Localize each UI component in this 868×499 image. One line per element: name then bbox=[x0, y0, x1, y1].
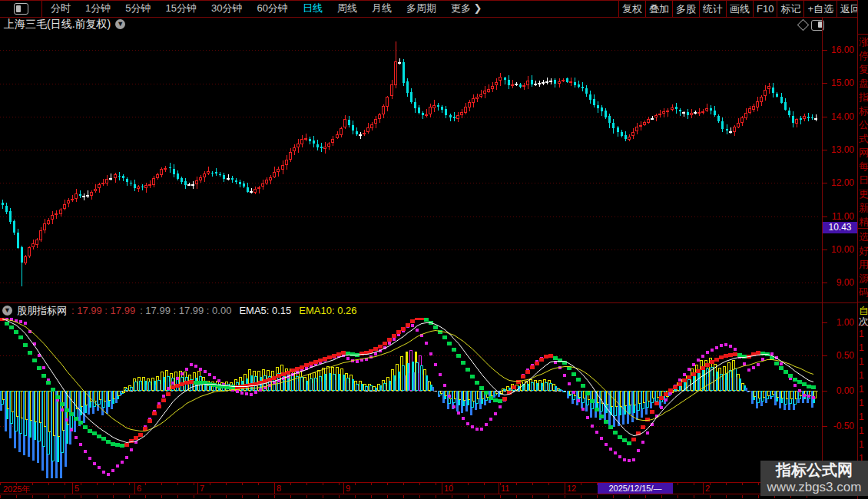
price-axis-tick bbox=[822, 283, 827, 283]
page-title: 上海三毛(日线.前复权) bbox=[4, 18, 111, 31]
chevron-down-icon[interactable]: ▼ bbox=[115, 19, 125, 29]
toolbar-button-7[interactable]: +自选 bbox=[804, 1, 837, 17]
indicator-axis-tick bbox=[822, 426, 827, 427]
date-separator bbox=[343, 483, 344, 494]
indicator-values-gray: : 17.99 : 17.99 : 0.00 bbox=[140, 305, 231, 316]
menu-item-1[interactable]: 1分钟 bbox=[85, 2, 111, 15]
date-label: 9 bbox=[346, 484, 350, 493]
indicator-name: 股朋指标网 bbox=[17, 304, 67, 318]
date-axis[interactable]: 2025年567891011122 bbox=[0, 482, 819, 494]
menu-item-2[interactable]: 5分钟 bbox=[125, 2, 151, 15]
date-separator bbox=[442, 483, 442, 494]
date-label: 11 bbox=[501, 484, 509, 493]
stock-app-window: 分时1分钟5分钟15分钟30分钟60分钟日线周线月线多周期更多 ❯ 复权叠加多股… bbox=[0, 0, 868, 499]
layout-toggle-button[interactable] bbox=[0, 1, 42, 17]
price-axis-label: 16.00 bbox=[823, 45, 854, 55]
toolbar-button-5[interactable]: F10 bbox=[754, 1, 777, 17]
indicator-values-red: : 17.99 : 17.99 bbox=[71, 305, 135, 316]
price-axis-tick bbox=[822, 250, 827, 250]
toolbar-button-0[interactable]: 复权 bbox=[619, 1, 646, 17]
menu-item-9[interactable]: 多周期 bbox=[406, 2, 436, 15]
date-separator bbox=[703, 483, 704, 494]
date-label: 5 bbox=[75, 484, 79, 493]
watermark-title: 指标公式网 bbox=[760, 461, 868, 480]
indicator-axis-tick bbox=[822, 322, 827, 323]
indicator-chart[interactable] bbox=[0, 318, 819, 482]
date-separator bbox=[134, 483, 135, 494]
menu-item-6[interactable]: 日线 bbox=[303, 2, 323, 15]
indicator-axis-label: 0.00 bbox=[823, 385, 854, 396]
menu-item-0[interactable]: 分时 bbox=[51, 2, 71, 15]
date-label: 2025年 bbox=[3, 484, 30, 495]
date-label: 7 bbox=[200, 484, 204, 493]
date-separator bbox=[72, 483, 73, 494]
indicator-axis-tick bbox=[822, 355, 827, 356]
menu-item-10[interactable]: 更多 ❯ bbox=[451, 2, 482, 15]
date-subticks bbox=[0, 495, 819, 498]
candlestick-chart[interactable] bbox=[0, 31, 819, 302]
date-highlight: 2025/12/15/— bbox=[598, 483, 673, 494]
price-axis-tick bbox=[822, 50, 827, 51]
watermark-box: 指标公式网 www.zbgs3.com bbox=[760, 461, 868, 496]
price-axis-label: 15.00 bbox=[823, 78, 854, 88]
toolbar-button-3[interactable]: 统计 bbox=[700, 1, 727, 17]
menu-item-5[interactable]: 60分钟 bbox=[257, 2, 287, 15]
menu-item-8[interactable]: 月线 bbox=[372, 2, 392, 15]
strip-separator bbox=[858, 302, 868, 302]
price-axis-tick bbox=[822, 183, 827, 183]
indicator-axis-label: 1.00 bbox=[823, 317, 854, 328]
price-axis-label: 12.00 bbox=[823, 177, 854, 188]
menu-item-3[interactable]: 15分钟 bbox=[165, 2, 196, 15]
top-toolbar: 分时1分钟5分钟15分钟30分钟60分钟日线周线月线多周期更多 ❯ 复权叠加多股… bbox=[0, 0, 868, 17]
date-separator bbox=[565, 483, 565, 494]
price-axis-tick bbox=[822, 83, 827, 84]
menu-item-7[interactable]: 周线 bbox=[337, 2, 357, 15]
indicator-axis-label: 0.50 bbox=[823, 350, 854, 361]
last-price-badge: 10.43 bbox=[823, 222, 857, 233]
period-menu: 分时1分钟5分钟15分钟30分钟60分钟日线周线月线多周期更多 ❯ bbox=[51, 0, 482, 17]
price-axis-tick bbox=[822, 117, 827, 117]
date-label: 12 bbox=[567, 484, 576, 493]
watermark-url: www.zbgs3.com bbox=[760, 480, 868, 494]
indicator-ema5-value: EMA5: 0.15 bbox=[239, 305, 291, 316]
price-axis-label: 14.00 bbox=[823, 111, 854, 122]
price-axis-label: 13.00 bbox=[823, 144, 854, 155]
price-axis-tick bbox=[822, 216, 827, 217]
layout-icon bbox=[14, 3, 28, 15]
strip-ones: 1111111111 bbox=[859, 327, 868, 465]
toolbar-button-6[interactable]: 标记 bbox=[777, 1, 804, 17]
date-ticks bbox=[0, 483, 819, 485]
date-label: 2 bbox=[705, 484, 710, 493]
toolbar-button-2[interactable]: 多股 bbox=[673, 1, 700, 17]
price-axis-label: 11.00 bbox=[823, 211, 854, 222]
indicator-axis-tick bbox=[822, 391, 827, 392]
chart-title-bar: 上海三毛(日线.前复权) ▼ bbox=[0, 18, 822, 31]
date-separator bbox=[197, 483, 198, 494]
indicator-axis-label: -0.50 bbox=[823, 421, 854, 431]
date-label: 10 bbox=[444, 484, 453, 493]
clipped-side-panel: 涨停复盘指标公式网每日更新精选好用源码自次1111111111 bbox=[858, 0, 868, 499]
strip-text-lower: 选好用源码 bbox=[859, 230, 868, 299]
indicator-header: ▼ 股朋指标网 : 17.99 : 17.99 : 17.99 : 17.99 … bbox=[0, 303, 822, 318]
date-separator bbox=[499, 483, 499, 494]
date-label: 6 bbox=[137, 484, 141, 493]
menu-item-4[interactable]: 30分钟 bbox=[211, 2, 242, 15]
toolbar-button-4[interactable]: 画线 bbox=[727, 1, 754, 17]
date-separator bbox=[274, 483, 275, 494]
price-axis-label: 9.00 bbox=[823, 277, 854, 288]
price-axis-label: 10.00 bbox=[823, 244, 854, 255]
strip-text-upper: 涨停复盘指标公式网每日更新精 bbox=[859, 35, 868, 229]
indicator-collapse-icon[interactable]: ▼ bbox=[2, 306, 12, 316]
strip-separator bbox=[858, 34, 868, 35]
price-axis-tick bbox=[822, 150, 827, 150]
date-label: 8 bbox=[277, 484, 281, 493]
indicator-ema10-value: EMA10: 0.26 bbox=[299, 305, 356, 316]
action-buttons: 复权叠加多股统计画线F10标记+自选返回 bbox=[618, 1, 859, 17]
toolbar-button-1[interactable]: 叠加 bbox=[646, 1, 673, 17]
diamond-icon[interactable] bbox=[797, 19, 810, 31]
